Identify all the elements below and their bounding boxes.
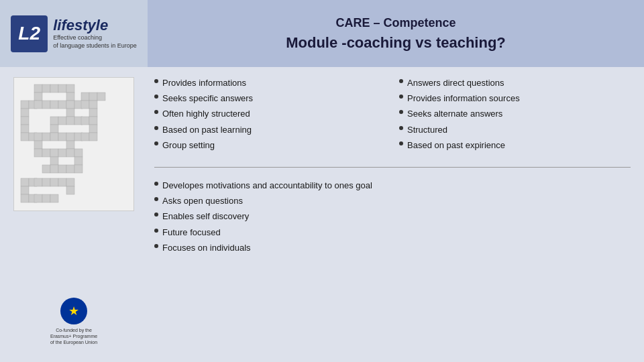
svg-rect-63 — [50, 178, 58, 186]
svg-rect-39 — [58, 133, 66, 141]
coaching-compare-list: Answers direct questions Provides inform… — [386, 77, 631, 155]
list-item-text: Enables self discovery — [162, 210, 249, 223]
svg-rect-59 — [21, 178, 29, 186]
svg-rect-48 — [50, 149, 58, 157]
logo-area: L2 lifestyle Effective coaching of langu… — [0, 0, 148, 67]
bullet-icon — [399, 141, 403, 145]
svg-rect-10 — [97, 93, 105, 101]
svg-rect-51 — [74, 149, 83, 157]
care-title: CARE – Competence — [335, 16, 455, 30]
list-item: Answers direct questions — [399, 77, 631, 89]
bullet-icon — [399, 79, 403, 83]
svg-rect-33 — [89, 125, 97, 133]
list-item: Based on past expirience — [399, 139, 631, 152]
bullet-icon — [154, 182, 158, 186]
logo-text: lifestyle Effective coaching of language… — [53, 17, 137, 50]
list-item-text: Based on past learning — [162, 124, 252, 136]
list-item-text: Seeks specific answers — [162, 93, 253, 105]
eu-text: Co-funded by the Erasmus+ Programme of t… — [50, 327, 97, 345]
svg-rect-57 — [66, 165, 74, 173]
svg-rect-30 — [89, 117, 97, 125]
svg-rect-44 — [34, 141, 42, 149]
logo-lifestyle-label: lifestyle — [53, 17, 137, 34]
teaching-list: Provides informations Seeks specific ans… — [154, 77, 386, 155]
svg-rect-55 — [50, 165, 58, 173]
svg-rect-22 — [66, 109, 74, 117]
svg-rect-29 — [81, 117, 89, 125]
svg-rect-65 — [66, 178, 74, 186]
bullet-icon — [399, 110, 403, 114]
svg-rect-21 — [21, 109, 29, 117]
list-item-text: Focuses on individuals — [162, 242, 251, 254]
coaching-compare-bullet-list: Answers direct questions Provides inform… — [399, 77, 631, 152]
list-item-text: Provides information sources — [407, 93, 520, 105]
svg-rect-25 — [50, 117, 58, 125]
left-panel: ★ Co-funded by the Erasmus+ Programme of… — [0, 67, 148, 362]
list-item-text: Seeks alternate answers — [407, 108, 502, 120]
svg-rect-53 — [74, 157, 83, 165]
bullet-icon — [154, 197, 158, 201]
svg-rect-17 — [66, 101, 74, 109]
svg-rect-61 — [34, 178, 42, 186]
svg-rect-50 — [66, 149, 74, 157]
list-item: Based on past learning — [154, 124, 386, 136]
svg-rect-8 — [81, 93, 89, 101]
teaching-bullet-list: Provides informations Seeks specific ans… — [154, 77, 386, 152]
svg-rect-1 — [34, 84, 42, 93]
svg-rect-49 — [58, 149, 66, 157]
svg-rect-45 — [66, 141, 74, 149]
svg-rect-31 — [21, 125, 29, 133]
bullet-icon — [154, 79, 158, 83]
page: L2 lifestyle Effective coaching of langu… — [0, 0, 644, 362]
svg-rect-5 — [66, 84, 74, 93]
module-title: Module -coaching vs teaching? — [286, 34, 506, 52]
bullet-icon — [154, 141, 158, 145]
coaching-bullet-list: Developes motivations and accountability… — [154, 180, 631, 254]
svg-rect-47 — [42, 149, 50, 157]
svg-rect-11 — [21, 101, 29, 109]
svg-rect-36 — [34, 133, 42, 141]
crossword-image — [13, 77, 134, 211]
svg-rect-67 — [66, 186, 74, 194]
eu-logo-area: ★ Co-funded by the Erasmus+ Programme of… — [44, 291, 104, 352]
svg-rect-58 — [74, 165, 83, 173]
svg-rect-26 — [58, 117, 66, 125]
list-item-text: Future focused — [162, 227, 221, 239]
svg-rect-56 — [58, 165, 66, 173]
svg-rect-24 — [21, 117, 29, 125]
bullet-icon — [154, 244, 158, 248]
svg-rect-37 — [42, 133, 50, 141]
list-item: Provides informations — [154, 77, 386, 89]
content: ★ Co-funded by the Erasmus+ Programme of… — [0, 67, 644, 362]
list-item: Often highly structered — [154, 108, 386, 120]
svg-rect-64 — [58, 178, 66, 186]
bullet-icon — [399, 95, 403, 99]
list-item-text: Structured — [407, 124, 447, 136]
eu-circle-icon: ★ — [60, 298, 87, 324]
bullet-icon — [154, 213, 158, 217]
svg-rect-62 — [42, 178, 50, 186]
list-item-text: Group setting — [162, 139, 215, 152]
bullet-icon — [399, 126, 403, 130]
list-item: Provides information sources — [399, 93, 631, 105]
svg-rect-68 — [21, 194, 29, 202]
list-item-text: Answers direct questions — [407, 77, 504, 89]
bullet-icon — [154, 126, 158, 130]
logo-l2: L2 — [11, 15, 48, 52]
list-item-text: Developes motivations and accountability… — [162, 180, 372, 192]
header-titles: CARE – Competence Module -coaching vs te… — [148, 0, 644, 67]
bullet-icon — [154, 110, 158, 114]
svg-rect-14 — [42, 101, 50, 109]
svg-rect-32 — [50, 125, 58, 133]
bullet-icon — [154, 95, 158, 99]
logo-subtitle: Effective coaching of language students … — [53, 34, 137, 50]
list-item: Enables self discovery — [154, 210, 631, 223]
svg-rect-34 — [21, 133, 29, 141]
top-section: Provides informations Seeks specific ans… — [154, 77, 631, 155]
list-item: Asks open questions — [154, 195, 631, 207]
svg-rect-66 — [21, 186, 29, 194]
list-item: Future focused — [154, 227, 631, 239]
svg-rect-6 — [34, 93, 42, 101]
svg-rect-27 — [66, 117, 74, 125]
list-item-text: Asks open questions — [162, 195, 243, 207]
